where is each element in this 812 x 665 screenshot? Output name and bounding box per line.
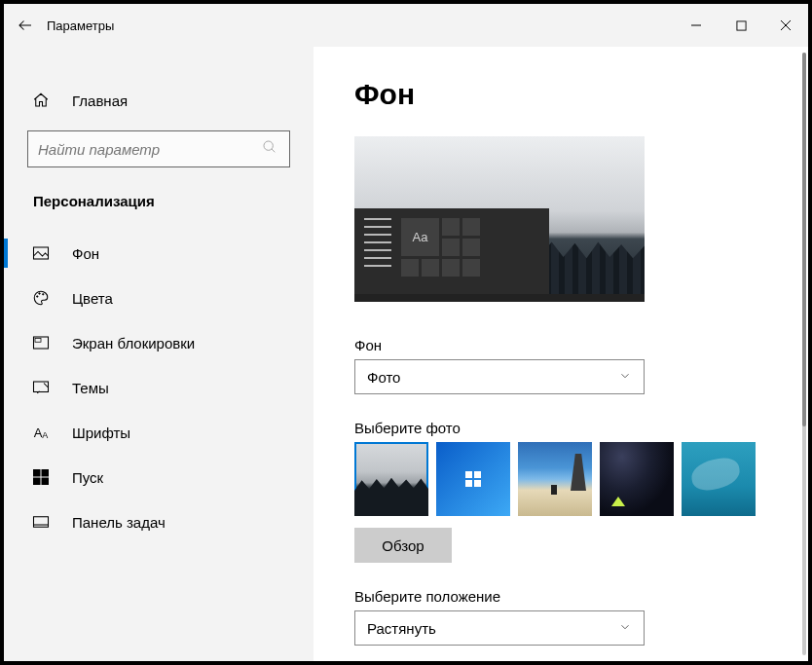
wallpaper-preview: Aa [354, 136, 645, 302]
search-icon [262, 139, 279, 159]
thumbnail-row [354, 442, 767, 516]
start-menu-preview: Aa [354, 208, 549, 302]
thumbnail-2[interactable] [436, 442, 510, 516]
close-icon [780, 19, 792, 31]
sidebar-home[interactable]: Главная [4, 80, 314, 121]
thumbnail-4[interactable] [600, 442, 674, 516]
dropdown-value: Растянуть [367, 620, 436, 637]
search-input[interactable] [38, 141, 262, 158]
svg-rect-12 [42, 478, 49, 485]
thumbnail-3[interactable] [518, 442, 592, 516]
thumbnail-5[interactable] [682, 442, 756, 516]
brush-icon [31, 379, 51, 396]
browse-button[interactable]: Обзор [354, 528, 452, 563]
sidebar-section-header: Персонализация [4, 193, 314, 209]
sidebar-item-label: Экран блокировки [72, 335, 195, 351]
svg-rect-7 [35, 339, 41, 343]
sidebar-item-themes[interactable]: Темы [4, 365, 314, 410]
sidebar-item-label: Темы [72, 380, 109, 396]
svg-rect-13 [34, 517, 49, 528]
sidebar-item-fonts[interactable]: AA Шрифты [4, 410, 314, 455]
thumbnail-1[interactable] [354, 442, 428, 516]
svg-point-1 [264, 141, 273, 150]
sidebar: Главная Персонализация Фон Цвета [4, 47, 314, 661]
fit-label: Выберите положение [354, 588, 767, 605]
start-icon [31, 469, 51, 485]
close-button[interactable] [763, 4, 808, 47]
background-type-label: Фон [354, 337, 767, 353]
svg-rect-10 [42, 469, 49, 476]
sidebar-item-label: Фон [72, 245, 99, 262]
window-controls [674, 4, 808, 47]
sidebar-item-start[interactable]: Пуск [4, 455, 314, 499]
sidebar-home-label: Главная [72, 92, 128, 109]
home-icon [31, 92, 51, 109]
sidebar-item-label: Цвета [72, 290, 113, 307]
background-type-dropdown[interactable]: Фото [354, 359, 645, 394]
sidebar-item-label: Шрифты [72, 425, 130, 441]
page-title: Фон [354, 78, 767, 111]
svg-rect-2 [34, 247, 49, 259]
window-title: Параметры [47, 18, 114, 33]
sidebar-item-taskbar[interactable]: Панель задач [4, 499, 314, 544]
sidebar-item-background[interactable]: Фон [4, 231, 314, 276]
content-area: Фон Aa Фон [314, 47, 808, 661]
settings-window: Параметры Главная [0, 0, 812, 665]
dropdown-value: Фото [367, 369, 400, 386]
svg-rect-8 [34, 382, 49, 392]
picture-icon [31, 244, 51, 262]
preview-sample-text: Aa [401, 218, 439, 256]
svg-point-3 [37, 296, 39, 298]
choose-photo-label: Выберите фото [354, 420, 767, 436]
svg-rect-11 [33, 478, 40, 485]
back-button[interactable] [4, 4, 47, 47]
palette-icon [31, 289, 51, 307]
chevron-down-icon [618, 369, 632, 386]
taskbar-icon [31, 513, 51, 531]
scrollbar[interactable] [802, 53, 806, 655]
fit-dropdown[interactable]: Растянуть [354, 610, 645, 646]
minimize-button[interactable] [674, 4, 719, 47]
sidebar-item-label: Панель задач [72, 514, 166, 531]
sidebar-item-label: Пуск [72, 469, 103, 486]
sidebar-item-lockscreen[interactable]: Экран блокировки [4, 320, 314, 365]
titlebar: Параметры [4, 4, 808, 47]
sidebar-item-colors[interactable]: Цвета [4, 276, 314, 320]
svg-point-4 [39, 293, 41, 295]
svg-rect-0 [736, 20, 745, 29]
maximize-button[interactable] [719, 4, 763, 47]
svg-rect-9 [33, 469, 40, 476]
arrow-left-icon [17, 17, 34, 34]
search-box[interactable] [27, 130, 290, 167]
minimize-icon [690, 19, 702, 31]
lockscreen-icon [31, 334, 51, 351]
fonts-icon: AA [31, 425, 51, 440]
maximize-icon [736, 20, 747, 31]
svg-point-5 [43, 294, 45, 296]
chevron-down-icon [618, 620, 632, 637]
